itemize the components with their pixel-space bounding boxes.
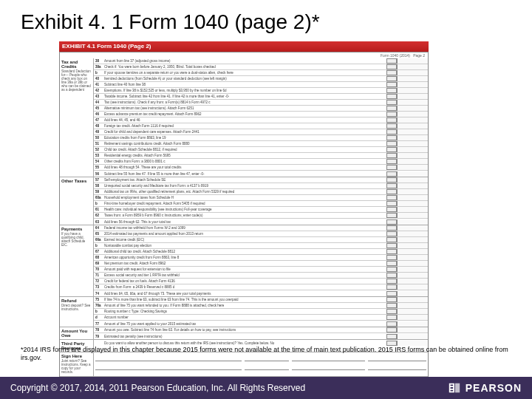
section-tax-credits: Tax and CreditsStandard Deduction for— P… [60,58,428,177]
pearson-logo: PEARSON [448,381,522,395]
form-line: 53Residential energy credits. Attach For… [94,153,428,159]
form-line: 49Credit for child and dependent care ex… [94,129,428,135]
form-line: 78Amount you owe. Subtract line 74 from … [94,327,428,333]
label-payments: Payments [61,227,82,231]
form-line: 48Foreign tax credit. Attach Form 1116 i… [94,123,428,129]
sub-payments: If you have a qualifying child, attach S… [61,233,92,248]
form-line: 50Education credits from Form 8863, line… [94,135,428,141]
copyright-bar: Copyright © 2017, 2014, 2011 Pearson Edu… [0,377,532,399]
form-line: 46Excess advance premium tax credit repa… [94,112,428,117]
form-line: 54Other credits from Form: a 3800 b 8801… [94,159,428,165]
form-line: 72Credit for federal tax on fuels. Attac… [94,279,428,284]
section-amount-owe: Amount You Owe 78Amount you owe. Subtrac… [60,327,428,340]
form-line: 71Excess social security and tier 1 RRTA… [94,273,428,279]
form-line: 43Taxable income. Subtract line 42 from … [94,94,428,100]
form-line: 69Net premium tax credit. Attach Form 89… [94,261,428,267]
form-line: 41Subtract line 40 from line 38 [94,82,428,88]
section-payments: PaymentsIf you have a qualifying child, … [60,225,428,297]
form-line: 75If line 74 is more than line 63, subtr… [94,297,428,303]
form-line: 40Itemized deductions (from Schedule A) … [94,76,428,82]
exhibit-header: EXHIBIT 4.1 Form 1040 (Page 2) [59,41,429,52]
form-line: 76aAmount of line 75 you want refunded t… [94,303,428,309]
form-line: 652014 estimated tax payments and amount… [94,231,428,237]
form-line: 70Amount paid with request for extension… [94,267,428,273]
form-line: 60aHousehold employment taxes from Sched… [94,195,428,201]
section-other-taxes: Other Taxes 57Self-employment tax. Attac… [60,177,428,225]
sig-date2 [245,363,288,370]
form-topline: Form 1040 (2014) [381,53,410,58]
label-amount-owe: Amount You Owe [61,329,87,338]
form-line: bNontaxable combat pay election [94,243,428,249]
form-line: 58Unreported social security and Medicar… [94,183,428,189]
form-line: 62Taxes from: a Form 8959 b Form 8960 c … [94,213,428,219]
form-line: 47Add lines 44, 45, and 46 [94,117,428,123]
form-1040-image: EXHIBIT 4.1 Form 1040 (Page 2) Form 1040… [59,41,429,337]
pearson-text: PEARSON [466,382,522,394]
label-tax-credits: Tax and Credits [61,60,78,69]
sig-occ2 [292,363,365,370]
label-other-taxes: Other Taxes [61,179,86,183]
form-line: 68American opportunity credit from Form … [94,255,428,261]
form-line: 38Amount from line 37 (adjusted gross in… [94,58,428,64]
form-line: 42Exemptions. If line 38 is $152,525 or … [94,88,428,94]
form-line: 51Retirement savings contributions credi… [94,141,428,147]
copyright-text: Copyright © 2017, 2014, 2011 Pearson Edu… [10,383,305,393]
sig-pin [368,363,426,370]
form-line: 59Additional tax on IRAs, other qualifie… [94,189,428,195]
form-line: 56Subtract line 55 from line 47. If line… [94,171,428,177]
sig-spouse [95,363,242,370]
page-marker: Page 2 [413,53,425,58]
form-line: dAccount number [94,315,428,321]
form-line: 79Estimated tax penalty (see instruction… [94,333,428,339]
section-refund: RefundDirect deposit? See instructions. … [60,297,428,327]
sub-refund: Direct deposit? See instructions. [61,304,92,312]
form-line: 52Child tax credit. Attach Schedule 8812… [94,147,428,153]
form-line: 73Credits from Form: a 2439 b Reserved c… [94,284,428,290]
sub-sign: Joint return? See instructions. Keep a c… [61,360,92,375]
form-line: 57Self-employment tax. Attach Schedule S… [94,177,428,183]
form-line: 61Health care: individual responsibility… [94,207,428,213]
label-refund: Refund [61,299,77,303]
form-line: 64Federal income tax withheld from Forms… [94,225,428,231]
form-line: 45Alternative minimum tax (see instructi… [94,106,428,112]
form-line: bIf your spouse itemizes on a separate r… [94,70,428,76]
form-line: 63Add lines 56 through 62. This is your … [94,219,428,225]
form-line: 44Tax (see instructions). Check if any f… [94,100,428,106]
form-line: 77Amount of line 75 you want applied to … [94,321,428,327]
sub-tax-credits: Standard Deduction for— People who check… [61,70,92,92]
footnote: *2014 IRS forms are displayed in this ch… [21,346,511,362]
form-line: 67Additional child tax credit. Attach Sc… [94,249,428,255]
pearson-icon [448,381,461,395]
form-line: 66aEarned income credit (EIC) [94,237,428,243]
form-line: 74Add lines 64, 65, 66a, and 67 through … [94,290,428,296]
form-line: bRouting number c Type: Checking Savings [94,309,428,315]
form-line: 39aCheck if: You were born before Januar… [94,64,428,70]
form-line: Do you want to allow another person to d… [94,340,428,346]
slide-title: Exhibit 4. 1 Form 1040 (page 2)* [0,0,532,34]
form-line: bFirst-time homebuyer credit repayment. … [94,201,428,207]
form-line: 55Add lines 48 through 54. These are you… [94,165,428,171]
